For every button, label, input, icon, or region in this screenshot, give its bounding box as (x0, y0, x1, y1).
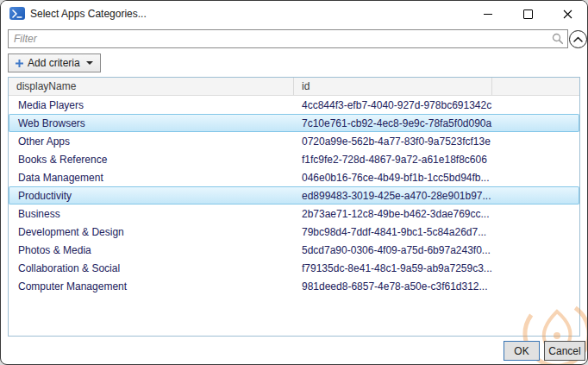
row-id: 5dcd7a90-0306-4f09-a75d-6b97a243f0... (294, 244, 570, 256)
ok-button[interactable]: OK (504, 341, 540, 361)
table-row[interactable]: Other Apps 0720a99e-562b-4a77-83f0-9a752… (9, 132, 579, 150)
row-display-name: Business (9, 208, 294, 220)
row-display-name: Photos & Media (9, 244, 294, 256)
chevron-up-icon (573, 36, 583, 42)
minimize-button[interactable] (468, 1, 508, 27)
row-display-name: Development & Design (9, 226, 294, 238)
table-body: Media Players 4cc844f3-efb7-4040-927d-97… (9, 96, 579, 295)
column-header-id[interactable]: id (294, 78, 492, 95)
maximize-button[interactable] (508, 1, 547, 27)
row-id: 79bc98d4-7ddf-4841-9bc1-5c84a26d7... (294, 226, 570, 238)
row-id: 0720a99e-562b-4a77-83f0-9a7523fcf13e (294, 135, 570, 148)
add-criteria-button[interactable]: Add criteria (8, 53, 101, 72)
table-row[interactable]: Computer Management 981deed8-6857-4e78-a… (9, 277, 579, 295)
row-id: 4cc844f3-efb7-4040-927d-978bc691342c (294, 99, 570, 111)
row-display-name: Collaboration & Social (9, 262, 294, 274)
maximize-icon (523, 9, 533, 19)
row-display-name: Computer Management (9, 280, 294, 293)
row-display-name: Books & Reference (9, 154, 294, 166)
collapse-toggle-button[interactable] (569, 30, 587, 48)
table-row[interactable]: Books & Reference f1fc9fe2-728d-4867-9a7… (9, 150, 579, 168)
window-title: Select Apps Categories... (30, 8, 147, 20)
table-row[interactable]: Business 2b73ae71-12c8-49be-b462-3dae769… (9, 205, 579, 223)
table-row[interactable]: Media Players 4cc844f3-efb7-4040-927d-97… (9, 96, 579, 114)
filter-input[interactable] (8, 29, 568, 48)
table-row[interactable]: Data Management 046e0b16-76ce-4b49-bf1b-… (9, 168, 579, 186)
row-id: f1fc9fe2-728d-4867-9a72-a61e18f8c606 (294, 154, 570, 166)
row-id: 981deed8-6857-4e78-a50e-c3f61d312... (294, 280, 570, 293)
table-row[interactable]: Development & Design 79bc98d4-7ddf-4841-… (9, 223, 579, 241)
row-display-name: Web Browsers (9, 117, 294, 129)
plus-icon (16, 60, 23, 67)
add-criteria-label: Add criteria (28, 57, 80, 69)
dropdown-arrow-icon (86, 61, 93, 65)
row-id: ed899483-3019-425e-a470-28e901b97... (294, 190, 570, 202)
row-id: 2b73ae71-12c8-49be-b462-3dae769cc... (294, 208, 570, 220)
row-display-name: Media Players (9, 99, 294, 111)
close-button[interactable] (547, 1, 587, 27)
row-id: 046e0b16-76ce-4b49-bf1b-1cc5bd94fb... (294, 172, 570, 184)
column-header-displayname[interactable]: displayName (9, 78, 294, 95)
row-id: 7c10e761-cb92-4ec8-9e9c-78fa5f0d090a (294, 117, 570, 129)
row-display-name: Data Management (9, 172, 294, 184)
row-id: f79135dc-8e41-48c1-9a59-ab9a7259c3... (294, 262, 570, 274)
select-apps-categories-dialog: Select Apps Categories... Add criteria (0, 0, 588, 365)
table-row[interactable]: Photos & Media 5dcd7a90-0306-4f09-a75d-6… (9, 241, 579, 259)
table-header: displayName id (9, 78, 579, 96)
cancel-button[interactable]: Cancel (544, 341, 585, 361)
minimize-icon (484, 14, 492, 15)
close-icon (563, 9, 572, 19)
table-row[interactable]: Productivity ed899483-3019-425e-a470-28e… (9, 186, 579, 205)
column-header-empty[interactable] (492, 78, 579, 95)
title-bar[interactable]: Select Apps Categories... (1, 1, 587, 27)
table-row[interactable]: Web Browsers 7c10e761-cb92-4ec8-9e9c-78f… (9, 114, 579, 132)
table-row[interactable]: Collaboration & Social f79135dc-8e41-48c… (9, 259, 579, 277)
row-display-name: Other Apps (9, 135, 294, 148)
powershell-icon (9, 7, 25, 20)
row-display-name: Productivity (9, 190, 294, 202)
categories-table: displayName id Media Players 4cc844f3-ef… (8, 77, 580, 337)
